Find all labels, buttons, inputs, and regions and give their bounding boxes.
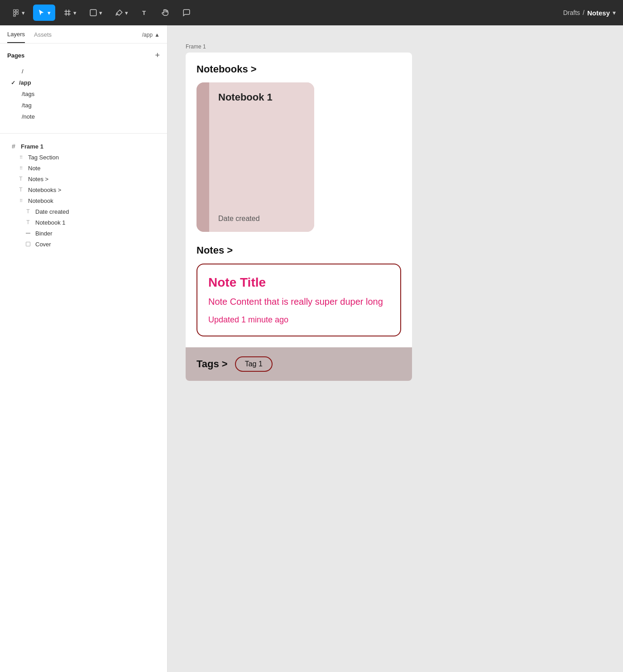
layer-binder[interactable]: Binder [7, 228, 160, 239]
hand-tool-button[interactable] [157, 5, 174, 21]
layer-notebook-label: Notebook [28, 197, 53, 204]
svg-rect-5 [90, 10, 96, 16]
tags-title: Tags > [196, 358, 228, 370]
breadcrumb-current[interactable]: Notesy [587, 9, 610, 17]
toolbar-left: ▾ ▾ ▾ ▾ ▾ [7, 5, 195, 21]
select-chevron: ▾ [48, 10, 51, 16]
page-label-tags: /tags [22, 91, 34, 97]
layer-cover[interactable]: Cover [7, 239, 160, 250]
layer-frame1-label: Frame 1 [21, 143, 43, 150]
page-item-app[interactable]: ✓ /app [7, 77, 160, 88]
layer-notebook[interactable]: ⠿ Notebook [7, 195, 160, 206]
pen-tool-button[interactable]: ▾ [110, 5, 133, 21]
breadcrumb-drafts[interactable]: Drafts [563, 9, 580, 16]
layers-section: # Frame 1 ⠿ Tag Section ⠿ Note T Notes >… [0, 137, 167, 672]
page-item-root[interactable]: / [7, 66, 160, 77]
select-tool-button[interactable]: ▾ [33, 5, 55, 21]
breadcrumb: Drafts / Notesy ▾ [563, 9, 616, 17]
text-tool-button[interactable]: T [136, 5, 153, 21]
notebook-date: Date created [218, 215, 305, 223]
breadcrumb-chevron[interactable]: ▾ [613, 9, 616, 16]
comment-tool-button[interactable] [178, 5, 195, 21]
layer-binder-label: Binder [35, 230, 53, 237]
page-item-note[interactable]: /note [7, 111, 160, 122]
layer-date-created-label: Date created [35, 208, 69, 215]
svg-rect-3 [16, 12, 19, 14]
layer-notebook1-label: Notebook 1 [35, 219, 66, 226]
sidebar-tabs: Layers Assets /app ▲ [0, 25, 167, 43]
note-title: Note Title [208, 275, 389, 290]
hash-icon: # [10, 143, 17, 150]
tag-pill-1[interactable]: Tag 1 [235, 356, 273, 372]
layer-notebooks-label: Notebooks > [28, 187, 61, 193]
layer-notes-label: Notes > [28, 176, 48, 182]
sidebar-breadcrumb-text: /app [142, 32, 153, 38]
layer-cover-label: Cover [35, 241, 51, 248]
figma-logo-button[interactable]: ▾ [7, 5, 29, 21]
page-label-note: /note [22, 113, 35, 120]
frame-tool-button[interactable]: ▾ [59, 5, 81, 21]
page-check-icon: ✓ [11, 80, 15, 86]
sidebar: Layers Assets /app ▲ Pages + / ✓ /app /t… [0, 25, 168, 672]
note-card[interactable]: Note Title Note Content that is really s… [196, 264, 401, 336]
svg-rect-0 [14, 10, 16, 12]
text-icon-date: T [24, 208, 32, 215]
svg-rect-4 [14, 15, 16, 16]
pen-chevron: ▾ [125, 10, 128, 16]
notebook-card[interactable]: Notebook 1 Date created [196, 82, 314, 232]
sidebar-divider [0, 133, 167, 134]
layer-notebooks-text[interactable]: T Notebooks > [7, 184, 160, 195]
dotgrid-icon-tagsection: ⠿ [17, 154, 24, 161]
layer-note[interactable]: ⠿ Note [7, 163, 160, 173]
tab-assets[interactable]: Assets [34, 31, 52, 43]
shape-tool-button[interactable]: ▾ [85, 5, 107, 21]
rect-icon-cover [24, 240, 32, 248]
frame-chevron: ▾ [73, 10, 77, 16]
notebooks-heading: Notebooks > [196, 63, 401, 75]
breadcrumb-separator: / [583, 9, 585, 16]
note-content: Note Content that is really super duper … [208, 295, 389, 308]
notebook-binder [196, 82, 209, 232]
sidebar-breadcrumb-chevron[interactable]: ▲ [154, 32, 160, 38]
svg-rect-2 [14, 12, 16, 14]
note-updated: Updated 1 minute ago [208, 315, 389, 325]
logo-chevron: ▾ [22, 10, 25, 16]
layer-date-created[interactable]: T Date created [7, 206, 160, 217]
text-icon-notebooks: T [17, 186, 24, 193]
layer-notes-text[interactable]: T Notes > [7, 173, 160, 184]
toolbar: ▾ ▾ ▾ ▾ ▾ [0, 0, 623, 25]
svg-text:T: T [142, 10, 146, 16]
page-label-tag: /tag [22, 102, 32, 109]
dotgrid-icon-notebook: ⠿ [17, 197, 24, 204]
sidebar-breadcrumb: /app ▲ [142, 32, 160, 43]
pages-section: Pages + / ✓ /app /tags /tag /note [0, 43, 167, 130]
line-icon-binder [24, 230, 32, 237]
text-icon-notes: T [17, 175, 24, 182]
layer-notebook1[interactable]: T Notebook 1 [7, 217, 160, 228]
frame-container: Notebooks > Notebook 1 Date created Note… [186, 53, 412, 381]
layer-tag-section-label: Tag Section [28, 154, 59, 161]
pages-title: Pages [7, 52, 24, 59]
layer-note-label: Note [28, 165, 40, 172]
svg-rect-1 [16, 10, 19, 12]
notebook-title: Notebook 1 [218, 91, 305, 103]
page-item-tags[interactable]: /tags [7, 88, 160, 100]
page-label-app: /app [19, 79, 31, 86]
tags-section: Tags > Tag 1 [186, 347, 412, 381]
frame-label: Frame 1 [186, 43, 605, 50]
page-item-tag[interactable]: /tag [7, 100, 160, 111]
notebook-cover: Notebook 1 Date created [209, 82, 314, 232]
tab-layers[interactable]: Layers [7, 31, 25, 43]
shape-chevron: ▾ [99, 10, 102, 16]
pages-header: Pages + [7, 51, 160, 60]
main-area: Layers Assets /app ▲ Pages + / ✓ /app /t… [0, 25, 623, 672]
layer-tag-section[interactable]: ⠿ Tag Section [7, 152, 160, 163]
canvas[interactable]: Frame 1 Notebooks > Notebook 1 Date crea… [168, 25, 623, 672]
dotgrid-icon-note: ⠿ [17, 164, 24, 172]
pages-add-button[interactable]: + [155, 51, 160, 60]
notes-heading: Notes > [196, 245, 401, 256]
text-icon-nb1: T [24, 219, 32, 226]
page-label-root: / [22, 68, 24, 75]
toolbar-right: Drafts / Notesy ▾ [563, 9, 616, 17]
layer-frame1[interactable]: # Frame 1 [7, 141, 160, 152]
